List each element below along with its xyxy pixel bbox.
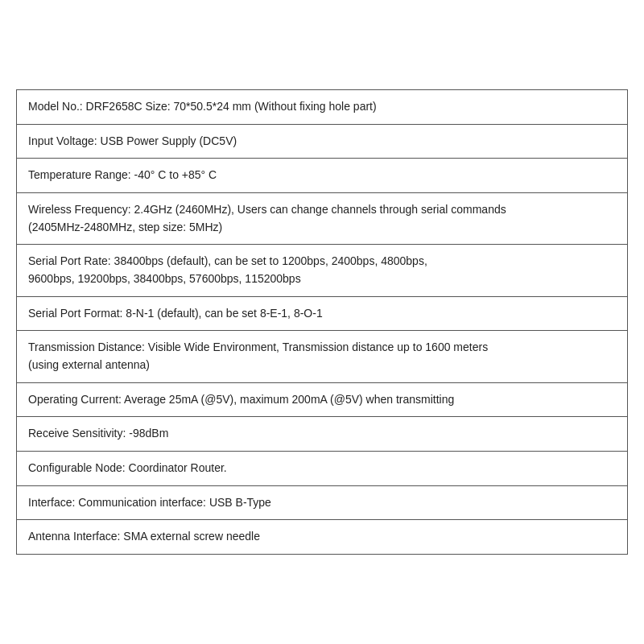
spec-table: Model No.: DRF2658C Size: 70*50.5*24 mm …	[16, 89, 628, 555]
spec-row-serial-port-format: Serial Port Format: 8-N-1 (default), can…	[17, 297, 627, 332]
spec-row-text-wireless-frequency: (2405MHz-2480MHz, step size: 5MHz)	[28, 221, 222, 233]
spec-row-transmission-distance: Transmission Distance: Visible Wide Envi…	[17, 331, 627, 382]
spec-row-input-voltage: Input Voltage: USB Power Supply (DC5V)	[17, 125, 627, 159]
spec-row-temperature-range: Temperature Range: -40° C to +85° C	[17, 159, 627, 193]
spec-row-receive-sensitivity: Receive Sensitivity: -98dBm	[17, 417, 627, 452]
spec-row-antenna-interface: Antenna Interface: SMA external screw ne…	[17, 520, 627, 554]
spec-row-text-serial-port-rate: 9600bps, 19200bps, 38400bps, 57600bps, 1…	[28, 272, 301, 285]
spec-row-text-model-size: Model No.: DRF2658C Size: 70*50.5*24 mm …	[28, 100, 377, 113]
spec-row-text-transmission-distance: Transmission Distance: Visible Wide Envi…	[28, 341, 488, 353]
spec-row-configurable-node: Configurable Node: Coordinator Router.	[17, 452, 627, 486]
spec-row-operating-current: Operating Current: Average 25mA (@5V), m…	[17, 383, 627, 418]
spec-row-text-serial-port-format: Serial Port Format: 8-N-1 (default), can…	[28, 307, 323, 320]
spec-row-text-transmission-distance: (using external antenna)	[28, 358, 150, 371]
spec-row-text-wireless-frequency: Wireless Frequency: 2.4GHz (2460MHz), Us…	[28, 203, 506, 216]
spec-row-text-configurable-node: Configurable Node: Coordinator Router.	[28, 461, 227, 474]
spec-row-wireless-frequency: Wireless Frequency: 2.4GHz (2460MHz), Us…	[17, 193, 627, 245]
spec-row-text-temperature-range: Temperature Range: -40° C to +85° C	[28, 168, 217, 181]
spec-row-text-interface: Interface: Communication interface: USB …	[28, 496, 271, 509]
spec-row-text-serial-port-rate: Serial Port Rate: 38400bps (default), ca…	[28, 254, 427, 267]
spec-row-text-antenna-interface: Antenna Interface: SMA external screw ne…	[28, 530, 260, 543]
spec-row-text-operating-current: Operating Current: Average 25mA (@5V), m…	[28, 393, 454, 406]
spec-row-text-input-voltage: Input Voltage: USB Power Supply (DC5V)	[28, 134, 237, 147]
spec-row-model-size: Model No.: DRF2658C Size: 70*50.5*24 mm …	[17, 90, 627, 125]
spec-row-serial-port-rate: Serial Port Rate: 38400bps (default), ca…	[17, 245, 627, 296]
spec-row-interface: Interface: Communication interface: USB …	[17, 486, 627, 521]
spec-row-text-receive-sensitivity: Receive Sensitivity: -98dBm	[28, 427, 168, 440]
